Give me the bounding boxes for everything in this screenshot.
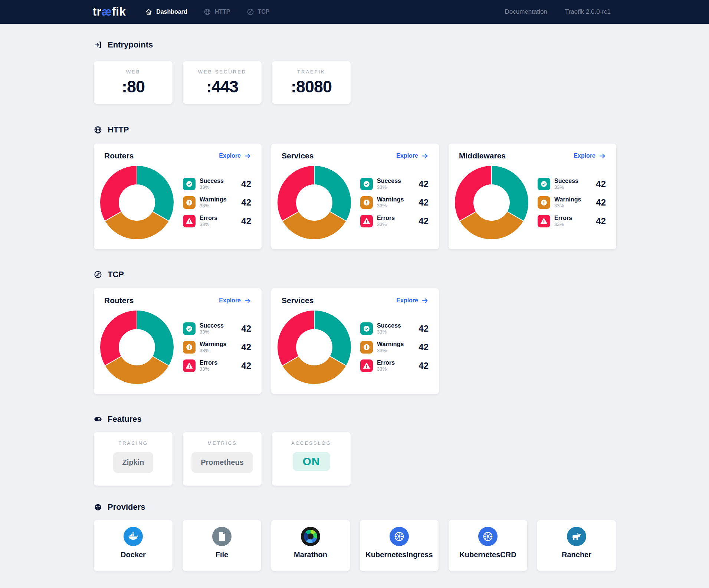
file-icon bbox=[212, 527, 232, 546]
legend-count: 42 bbox=[418, 342, 429, 352]
legend-percentage: 33% bbox=[200, 348, 226, 354]
feature-card: ACCESSLOG ON bbox=[272, 432, 351, 486]
legend-label: Success bbox=[377, 322, 401, 329]
version-link[interactable]: Traefik 2.0.0-rc1 bbox=[565, 8, 611, 16]
legend-label: Errors bbox=[377, 359, 395, 366]
provider-card-file: File bbox=[183, 520, 261, 571]
provider-label: KubernetesIngress bbox=[360, 551, 439, 559]
success-legend-icon bbox=[183, 322, 196, 335]
entrypoint-card: WEB :80 bbox=[94, 61, 173, 104]
legend-count: 42 bbox=[418, 179, 429, 189]
http-services-card: Services Explore Success 33% 42 Warnings… bbox=[271, 144, 439, 249]
provider-label: File bbox=[183, 551, 261, 559]
legend-percentage: 33% bbox=[377, 348, 404, 354]
legend-row: Errors 33% 42 bbox=[538, 215, 606, 227]
legend-percentage: 33% bbox=[200, 366, 217, 372]
feature-card: METRICS Prometheus bbox=[183, 432, 262, 486]
legend-row: Errors 33% 42 bbox=[360, 215, 429, 227]
legend-row: Success 33% 42 bbox=[183, 178, 251, 190]
legend-row: Warnings 33% 42 bbox=[538, 196, 606, 209]
legend-label: Warnings bbox=[377, 196, 404, 203]
arrow-right-icon bbox=[421, 297, 429, 304]
section-title: Entrypoints bbox=[108, 40, 153, 50]
success-legend-icon bbox=[538, 178, 550, 190]
explore-label: Explore bbox=[396, 152, 418, 159]
explore-link[interactable]: Explore bbox=[396, 152, 429, 160]
tcp-routers-card: Routers Explore Success 33% 42 Warnings … bbox=[94, 288, 262, 394]
nav-item-dashboard[interactable]: Dashboard bbox=[145, 8, 187, 16]
legend-count: 42 bbox=[241, 342, 251, 352]
marathon-icon bbox=[301, 527, 320, 546]
legend-row: Success 33% 42 bbox=[360, 322, 429, 335]
provider-card-marathon: Marathon bbox=[271, 520, 350, 571]
tcp-services-card: Services Explore Success 33% 42 Warnings… bbox=[271, 288, 439, 394]
section-title: Features bbox=[108, 414, 142, 424]
provider-label: Marathon bbox=[271, 551, 350, 559]
feature-value-badge: Prometheus bbox=[191, 452, 253, 473]
provider-label: Docker bbox=[94, 551, 173, 559]
legend-percentage: 33% bbox=[377, 203, 404, 209]
legend-count: 42 bbox=[418, 197, 429, 208]
entrypoint-label: TRAEFIK bbox=[272, 69, 351, 75]
legend-percentage: 33% bbox=[200, 221, 217, 227]
tcp-cards-row: Routers Explore Success 33% 42 Warnings … bbox=[94, 288, 616, 394]
home-icon bbox=[145, 8, 152, 16]
explore-link[interactable]: Explore bbox=[219, 297, 251, 304]
nav-label: TCP bbox=[258, 9, 270, 15]
legend-label: Warnings bbox=[377, 341, 404, 348]
provider-card-kubernetesingress: KubernetesIngress bbox=[360, 520, 439, 571]
legend-row: Errors 33% 42 bbox=[183, 359, 251, 372]
legend-row: Errors 33% 42 bbox=[183, 215, 251, 227]
explore-link[interactable]: Explore bbox=[219, 152, 251, 160]
error-legend-icon bbox=[183, 359, 196, 372]
check-circle-icon bbox=[185, 325, 193, 333]
feature-label: ACCESSLOG bbox=[272, 440, 351, 446]
legend-row: Errors 33% 42 bbox=[360, 359, 429, 372]
feature-value-badge: ON bbox=[293, 452, 330, 471]
warning-triangle-icon bbox=[185, 362, 193, 370]
tcp-icon bbox=[247, 8, 254, 16]
globe-icon bbox=[94, 126, 102, 134]
legend-percentage: 33% bbox=[200, 329, 224, 335]
warning-legend-icon bbox=[360, 341, 373, 354]
check-circle-icon bbox=[362, 325, 371, 333]
explore-link[interactable]: Explore bbox=[574, 152, 606, 160]
arrow-right-icon bbox=[599, 152, 606, 160]
donut-chart bbox=[100, 310, 174, 384]
feature-value-badge: Zipkin bbox=[113, 452, 154, 473]
section-title: Providers bbox=[108, 502, 145, 512]
legend-label: Errors bbox=[377, 215, 395, 221]
legend-label: Success bbox=[554, 178, 578, 184]
legend-percentage: 33% bbox=[377, 184, 401, 190]
legend-label: Success bbox=[377, 178, 401, 184]
legend-percentage: 33% bbox=[554, 184, 578, 190]
explore-link[interactable]: Explore bbox=[396, 297, 429, 304]
exclamation-circle-icon bbox=[362, 198, 371, 207]
exclamation-circle-icon bbox=[185, 198, 193, 207]
legend-label: Warnings bbox=[200, 341, 226, 348]
exclamation-circle-icon bbox=[540, 198, 548, 207]
http-middlewares-card: Middlewares Explore Success 33% 42 Warni… bbox=[449, 144, 616, 249]
legend-label: Errors bbox=[200, 359, 217, 366]
kubernetes-icon bbox=[478, 527, 498, 546]
entrypoint-label: WEB-SECURED bbox=[183, 69, 262, 75]
dashboard-main: Entrypoints WEB :80 WEB-SECURED :443 TRA… bbox=[0, 40, 709, 571]
donut-chart bbox=[277, 310, 351, 384]
nav-right: Documentation Traefik 2.0.0-rc1 bbox=[505, 8, 611, 16]
nav-label: Dashboard bbox=[156, 9, 187, 15]
check-circle-icon bbox=[362, 180, 371, 188]
legend-percentage: 33% bbox=[377, 329, 401, 335]
entrypoints-heading: Entrypoints bbox=[94, 40, 616, 50]
check-circle-icon bbox=[540, 180, 548, 188]
chart-legend: Success 33% 42 Warnings 33% 42 Errors 33… bbox=[360, 178, 429, 227]
globe-icon bbox=[204, 8, 211, 16]
documentation-link[interactable]: Documentation bbox=[505, 8, 547, 16]
rancher-cow-icon bbox=[571, 530, 582, 542]
nav-item-http[interactable]: HTTP bbox=[204, 8, 230, 16]
error-legend-icon bbox=[538, 215, 550, 227]
nav-item-tcp[interactable]: TCP bbox=[247, 8, 270, 16]
legend-count: 42 bbox=[418, 323, 429, 334]
donut-chart bbox=[454, 165, 529, 240]
entrypoint-card: TRAEFIK :8080 bbox=[272, 61, 351, 104]
warning-triangle-icon bbox=[362, 217, 371, 225]
